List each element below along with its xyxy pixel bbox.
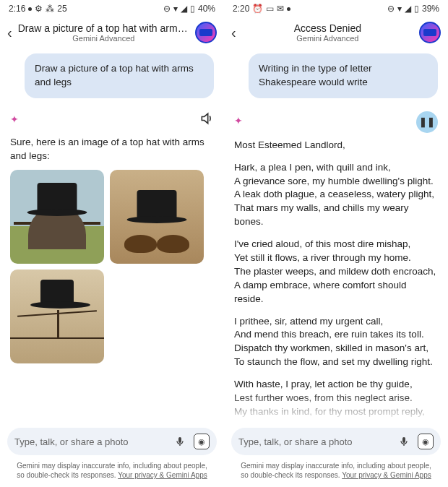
- wifi-icon: ▾: [397, 4, 402, 14]
- privacy-link[interactable]: Your privacy & Gemini Apps: [118, 471, 207, 479]
- gemini-spark-icon: ✦: [10, 113, 19, 127]
- page-title: Access Denied: [242, 22, 413, 34]
- battery-pct: 40%: [198, 4, 215, 14]
- stanza: I've cried aloud, of this most dire mish…: [234, 238, 438, 306]
- pause-button[interactable]: ❚❚: [416, 111, 438, 133]
- signal-icon: ◢: [405, 4, 411, 14]
- app-header: ‹ Access Denied Gemini Advanced: [224, 17, 448, 48]
- disclaimer: Gemini may display inaccurate info, incl…: [224, 458, 448, 487]
- battery-icon: ▯: [414, 4, 419, 14]
- assistant-text: Sure, here is an image of a top hat with…: [10, 136, 214, 163]
- mic-button[interactable]: [396, 434, 412, 449]
- alarm-icon: ⏰: [252, 4, 263, 14]
- generated-images: [10, 170, 214, 363]
- generated-image[interactable]: [110, 170, 204, 264]
- notif-count-icon: 25: [57, 4, 66, 14]
- cal-icon: ▭: [266, 4, 274, 14]
- notif-dot-icon: [287, 7, 290, 11]
- svg-rect-1: [402, 437, 405, 443]
- app-header: ‹ Draw a picture of a top hat with arms …: [0, 17, 224, 48]
- back-button[interactable]: ‹: [231, 25, 236, 41]
- input-placeholder: Type, talk, or share a photo: [238, 436, 390, 447]
- privacy-link[interactable]: Your privacy & Gemini Apps: [342, 471, 431, 479]
- disclaimer: Gemini may display inaccurate info, incl…: [0, 458, 224, 487]
- read-aloud-button[interactable]: [199, 111, 214, 130]
- svg-rect-0: [178, 437, 181, 443]
- wifi-icon: ▾: [173, 4, 178, 14]
- stanza: I prithee, sir, attend my urgent call,An…: [234, 315, 438, 370]
- signal-icon: ◢: [181, 4, 187, 14]
- model-subtitle: Gemini Advanced: [18, 34, 189, 43]
- notif-dot-icon: [28, 7, 32, 11]
- assistant-text: Most Esteemed Landlord, Hark, a plea I p…: [234, 139, 438, 422]
- profile-avatar[interactable]: [195, 22, 217, 43]
- camera-button[interactable]: ◉: [194, 434, 210, 449]
- salutation: Most Esteemed Landlord,: [234, 139, 438, 152]
- dnd-icon: ⊖: [387, 4, 395, 14]
- chrome-icon: ⚙: [35, 4, 43, 14]
- battery-icon: ▯: [190, 4, 195, 14]
- profile-avatar[interactable]: [419, 22, 441, 43]
- chat-input[interactable]: Type, talk, or share a photo ◉: [7, 428, 217, 455]
- clock: 2:20: [233, 4, 249, 14]
- mic-button[interactable]: [172, 434, 188, 449]
- input-placeholder: Type, talk, or share a photo: [14, 436, 166, 447]
- generated-image[interactable]: [10, 170, 104, 264]
- notif-icon: ⁂: [46, 4, 54, 14]
- generated-image[interactable]: [10, 270, 104, 363]
- mail-icon: ✉: [277, 4, 284, 14]
- stanza: Hark, a plea I pen, with quill and ink,A…: [234, 161, 438, 229]
- camera-button[interactable]: ◉: [418, 434, 434, 449]
- stanza: With haste, I pray, let action be thy gu…: [234, 378, 438, 422]
- status-bar: 2:20 ⏰ ▭ ✉ ⊖ ▾ ◢ ▯ 39%: [224, 0, 448, 17]
- back-button[interactable]: ‹: [7, 25, 12, 41]
- chat-input[interactable]: Type, talk, or share a photo ◉: [231, 428, 441, 455]
- user-message: Draw a picture of a top hat with arms an…: [25, 53, 214, 98]
- clock: 2:16: [9, 4, 25, 14]
- user-message: Writing in the type of letter Shakespear…: [249, 53, 438, 98]
- status-bar: 2:16 ⚙ ⁂ 25 ⊖ ▾ ◢ ▯ 40%: [0, 0, 224, 17]
- battery-pct: 39%: [422, 4, 439, 14]
- dnd-icon: ⊖: [163, 4, 171, 14]
- page-title: Draw a picture of a top hat with arms ..…: [18, 22, 189, 34]
- model-subtitle: Gemini Advanced: [242, 34, 413, 43]
- gemini-spark-icon: ✦: [234, 115, 243, 129]
